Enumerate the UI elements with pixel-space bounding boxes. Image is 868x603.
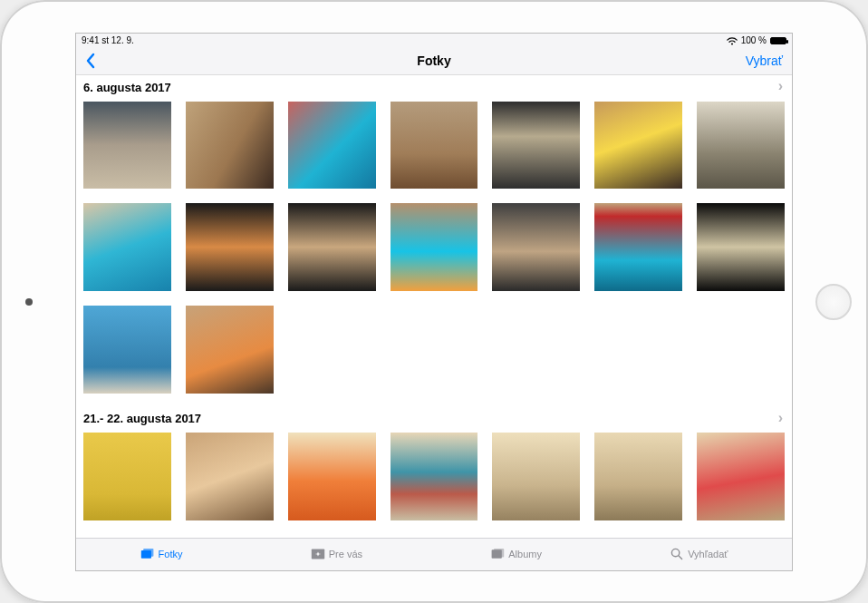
- back-button[interactable]: [85, 53, 96, 69]
- tab-bar: FotkyPre vásAlbumyVyhľadať: [76, 538, 792, 570]
- photo-thumbnail[interactable]: [492, 433, 580, 520]
- svg-point-5: [672, 549, 680, 556]
- albums-icon: [490, 548, 505, 560]
- foryou-icon: [311, 548, 325, 560]
- tab-label: Albumy: [508, 549, 542, 559]
- photo-thumbnail[interactable]: [83, 102, 171, 190]
- battery-percent: 100 %: [741, 35, 767, 45]
- tab-photos[interactable]: Fotky: [140, 548, 183, 560]
- section-title: 6. augusta 2017: [83, 81, 171, 94]
- photo-thumbnail[interactable]: [697, 203, 785, 291]
- photo-thumbnail[interactable]: [594, 102, 682, 190]
- svg-rect-1: [143, 549, 153, 557]
- photo-thumbnail[interactable]: [594, 203, 682, 291]
- battery-icon: [770, 37, 786, 44]
- tab-label: Pre vás: [329, 549, 362, 559]
- photo-thumbnail[interactable]: [83, 433, 171, 520]
- photos-icon: [140, 548, 155, 560]
- section-header[interactable]: 21.- 22. augusta 2017›: [80, 406, 788, 429]
- photo-thumbnail[interactable]: [391, 433, 478, 520]
- photo-thumbnail[interactable]: [391, 203, 478, 291]
- tab-label: Vyhľadať: [688, 549, 728, 559]
- select-button[interactable]: Vybrať: [746, 53, 783, 68]
- chevron-right-icon: ›: [778, 78, 783, 94]
- photo-thumbnail[interactable]: [594, 433, 682, 520]
- photo-thumbnail[interactable]: [288, 433, 376, 520]
- photo-thumbnail[interactable]: [186, 306, 274, 394]
- svg-rect-4: [494, 549, 504, 558]
- screen: 9:41 st 12. 9. 100 % Fotky Vybrať 6. aug…: [75, 33, 793, 571]
- ipad-device-frame: 9:41 st 12. 9. 100 % Fotky Vybrať 6. aug…: [0, 0, 868, 603]
- photo-thumbnail[interactable]: [288, 102, 376, 190]
- section-title: 21.- 22. augusta 2017: [83, 412, 201, 425]
- chevron-left-icon: [85, 53, 96, 69]
- svg-line-6: [679, 556, 682, 559]
- nav-bar: Fotky Vybrať: [76, 48, 792, 75]
- photo-thumbnail[interactable]: [492, 203, 580, 291]
- wifi-icon: [727, 36, 738, 45]
- status-right: 100 %: [727, 35, 786, 45]
- photo-grid: [80, 429, 788, 524]
- photo-thumbnail[interactable]: [288, 203, 376, 291]
- tab-foryou[interactable]: Pre vás: [311, 548, 362, 560]
- search-icon: [670, 548, 684, 560]
- photo-thumbnail[interactable]: [186, 102, 274, 190]
- status-bar: 9:41 st 12. 9. 100 %: [76, 34, 792, 48]
- status-time: 9:41: [82, 35, 99, 45]
- chevron-right-icon: ›: [778, 410, 783, 426]
- tab-search[interactable]: Vyhľadať: [670, 548, 728, 560]
- photo-grid: [80, 98, 788, 398]
- tab-albums[interactable]: Albumy: [490, 548, 542, 560]
- photo-thumbnail[interactable]: [186, 203, 274, 291]
- photo-thumbnail[interactable]: [492, 102, 580, 190]
- photo-thumbnail[interactable]: [391, 102, 478, 190]
- status-date: st 12. 9.: [101, 35, 134, 45]
- photo-grid-scroll[interactable]: 6. augusta 2017›21.- 22. augusta 2017›: [76, 75, 792, 538]
- status-left: 9:41 st 12. 9.: [82, 35, 134, 45]
- photo-thumbnail[interactable]: [83, 203, 171, 291]
- photo-thumbnail[interactable]: [83, 306, 171, 394]
- photo-thumbnail[interactable]: [697, 102, 785, 190]
- front-camera: [25, 298, 33, 306]
- photo-thumbnail[interactable]: [186, 433, 274, 520]
- photo-thumbnail[interactable]: [697, 433, 785, 520]
- page-title: Fotky: [76, 53, 792, 68]
- home-button[interactable]: [815, 284, 852, 320]
- tab-label: Fotky: [159, 549, 183, 559]
- section-header[interactable]: 6. augusta 2017›: [80, 75, 788, 98]
